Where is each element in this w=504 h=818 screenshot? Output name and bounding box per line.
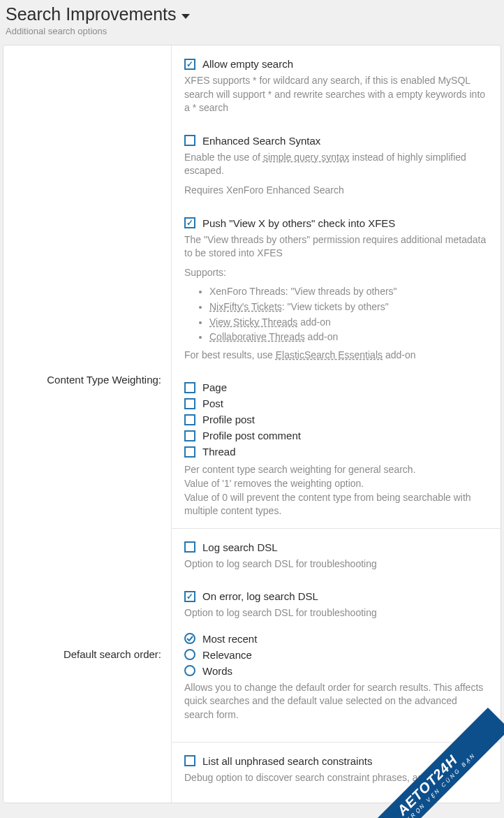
view-sticky-threads-link[interactable]: View Sticky Threads bbox=[209, 316, 297, 328]
option-log-dsl: Log search DSL Option to log search DSL … bbox=[184, 541, 488, 571]
content-type-weighting-block: Page Post Profile post Profile post comm… bbox=[184, 381, 488, 518]
log-dsl-desc: Option to log search DSL for troubleshoo… bbox=[184, 557, 488, 571]
enhanced-syntax-checkbox[interactable] bbox=[184, 135, 195, 146]
ctw-post-label: Post bbox=[202, 397, 223, 409]
supports-item-2: NixFifty's Tickets: "View tickets by oth… bbox=[209, 300, 488, 314]
list-unphrased-desc: Debug option to discover search constrai… bbox=[184, 771, 488, 785]
allow-empty-search-label: Allow empty search bbox=[202, 58, 293, 70]
ctw-page-label: Page bbox=[202, 381, 227, 393]
list-unphrased-checkbox[interactable] bbox=[184, 755, 195, 766]
nixfifty-tickets-link[interactable]: NixFifty's Tickets bbox=[209, 301, 282, 312]
content-type-weighting-label: Content Type Weighting: bbox=[3, 374, 161, 386]
settings-panel: Content Type Weighting: Default search o… bbox=[3, 45, 501, 803]
ctw-post-checkbox[interactable] bbox=[184, 398, 195, 409]
divider bbox=[172, 528, 501, 529]
simple-query-syntax-link[interactable]: simple query syntax bbox=[263, 152, 350, 163]
ctw-desc3: Value of 0 will prevent the content type… bbox=[184, 492, 471, 517]
dso-desc: Allows you to change the default order f… bbox=[184, 681, 488, 722]
supports-item-1: XenForo Threads: "View threads by others… bbox=[209, 285, 488, 299]
push-view-desc1: The "View threads by others" permission … bbox=[184, 233, 488, 261]
supports-item-3: View Sticky Threads add-on bbox=[209, 316, 488, 330]
left-column: Content Type Weighting: Default search o… bbox=[3, 45, 171, 803]
ctw-profile-post-comment-label: Profile post comment bbox=[202, 430, 301, 441]
dso-words-radio[interactable] bbox=[184, 665, 195, 676]
page-title-text: Search Improvements bbox=[6, 4, 177, 24]
ctw-thread-checkbox[interactable] bbox=[184, 446, 195, 458]
dso-relevance-label: Relevance bbox=[202, 649, 252, 661]
ctw-profile-post-checkbox[interactable] bbox=[184, 414, 195, 425]
log-dsl-label: Log search DSL bbox=[202, 541, 278, 553]
push-view-supports-list: XenForo Threads: "View threads by others… bbox=[184, 285, 488, 344]
list-unphrased-label: List all unphrased search constraints bbox=[202, 755, 372, 767]
option-allow-empty-search: Allow empty search XFES supports * for w… bbox=[184, 58, 488, 115]
dso-most-recent-label: Most recent bbox=[202, 633, 257, 645]
ctw-desc1: Per content type search weighting for ge… bbox=[184, 464, 416, 475]
on-error-log-dsl-label: On error, log search DSL bbox=[202, 590, 318, 602]
dso-words-label: Words bbox=[202, 665, 232, 677]
ctw-desc2: Value of '1' removes the weighting optio… bbox=[184, 478, 364, 489]
elasticsearch-essentials-link[interactable]: ElasticSearch Essentials bbox=[276, 349, 383, 360]
right-column: Allow empty search XFES supports * for w… bbox=[171, 45, 501, 803]
supports-item-4: Collaborative Threads add-on bbox=[209, 330, 488, 344]
option-enhanced-syntax: Enhanced Search Syntax Enable the use of… bbox=[184, 135, 488, 198]
divider bbox=[172, 742, 501, 743]
ctw-thread-label: Thread bbox=[202, 446, 236, 458]
ctw-profile-post-comment-checkbox[interactable] bbox=[184, 430, 195, 441]
enhanced-syntax-desc2: Requires XenForo Enhanced Search bbox=[184, 184, 488, 198]
option-list-unphrased: List all unphrased search constraints De… bbox=[184, 755, 488, 785]
dso-most-recent-radio[interactable] bbox=[184, 633, 195, 644]
enhanced-syntax-desc: Enable the use of simple query syntax in… bbox=[184, 151, 488, 178]
allow-empty-search-checkbox[interactable] bbox=[184, 59, 195, 70]
on-error-log-dsl-desc: Option to log search DSL for troubleshoo… bbox=[184, 606, 488, 620]
page-title[interactable]: Search Improvements bbox=[0, 0, 504, 24]
default-search-order-block: Most recent Relevance Words Allows you t… bbox=[184, 633, 488, 722]
page-subtitle: Additional search options bbox=[0, 24, 504, 45]
push-view-checkbox[interactable] bbox=[184, 217, 195, 228]
push-view-label: Push "View X by others" check into XFES bbox=[202, 217, 395, 229]
dso-relevance-radio[interactable] bbox=[184, 649, 195, 660]
collaborative-threads-link[interactable]: Collaborative Threads bbox=[209, 331, 305, 342]
ctw-page-checkbox[interactable] bbox=[184, 382, 195, 393]
option-push-view: Push "View X by others" check into XFES … bbox=[184, 217, 488, 363]
option-on-error-log-dsl: On error, log search DSL Option to log s… bbox=[184, 590, 488, 620]
ctw-profile-post-label: Profile post bbox=[202, 414, 255, 425]
enhanced-syntax-label: Enhanced Search Syntax bbox=[202, 135, 320, 147]
push-view-supports-label: Supports: bbox=[184, 266, 488, 280]
on-error-log-dsl-checkbox[interactable] bbox=[184, 591, 195, 602]
push-view-best-results: For best results, use ElasticSearch Esse… bbox=[184, 349, 488, 363]
log-dsl-checkbox[interactable] bbox=[184, 541, 195, 553]
default-search-order-label: Default search order: bbox=[3, 648, 161, 660]
allow-empty-search-desc: XFES supports * for wildcard any search,… bbox=[184, 74, 488, 115]
caret-down-icon bbox=[181, 4, 191, 24]
